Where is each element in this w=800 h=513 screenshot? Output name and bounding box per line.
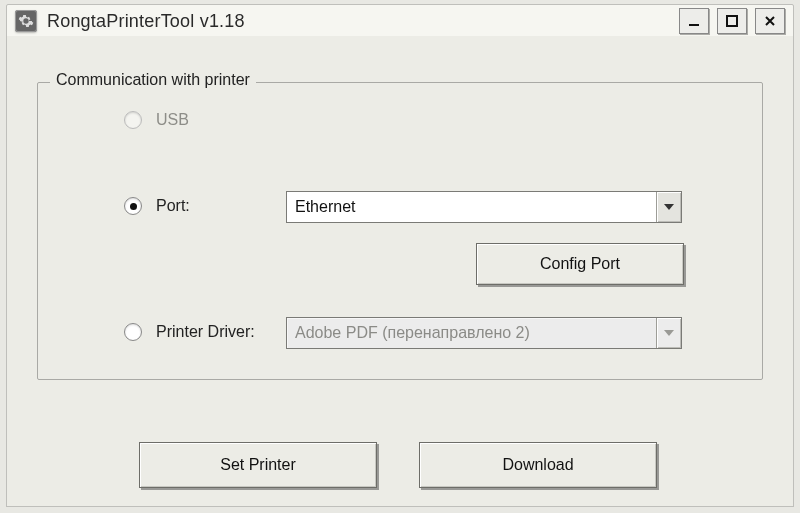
- port-combo-value: Ethernet: [287, 198, 656, 216]
- svg-rect-1: [727, 16, 737, 26]
- chevron-down-icon: [656, 318, 681, 348]
- groupbox-legend: Communication with printer: [50, 71, 256, 89]
- config-port-button-label: Config Port: [540, 255, 620, 273]
- printer-driver-combo: Adobe PDF (перенаправлено 2): [286, 317, 682, 349]
- minimize-button[interactable]: [679, 8, 709, 34]
- svg-rect-0: [689, 24, 699, 26]
- printer-driver-radio[interactable]: [124, 323, 142, 341]
- client-area: Communication with printer USB Port: Eth…: [6, 36, 794, 507]
- title-bar: RongtaPrinterTool v1.18: [6, 4, 794, 38]
- port-combo[interactable]: Ethernet: [286, 191, 682, 223]
- window-buttons: [679, 8, 785, 34]
- printer-driver-option-row[interactable]: Printer Driver:: [124, 323, 255, 341]
- usb-option-row: USB: [124, 111, 189, 129]
- printer-driver-radio-label: Printer Driver:: [156, 323, 255, 341]
- maximize-button[interactable]: [717, 8, 747, 34]
- usb-radio: [124, 111, 142, 129]
- port-option-row[interactable]: Port:: [124, 197, 190, 215]
- download-button[interactable]: Download: [419, 442, 657, 488]
- app-icon: [15, 10, 37, 32]
- set-printer-button-label: Set Printer: [220, 456, 296, 474]
- download-button-label: Download: [502, 456, 573, 474]
- set-printer-button[interactable]: Set Printer: [139, 442, 377, 488]
- port-radio[interactable]: [124, 197, 142, 215]
- port-radio-label: Port:: [156, 197, 190, 215]
- usb-radio-label: USB: [156, 111, 189, 129]
- config-port-button[interactable]: Config Port: [476, 243, 684, 285]
- close-button[interactable]: [755, 8, 785, 34]
- chevron-down-icon[interactable]: [656, 192, 681, 222]
- printer-driver-combo-value: Adobe PDF (перенаправлено 2): [287, 324, 656, 342]
- window-title: RongtaPrinterTool v1.18: [47, 11, 245, 32]
- communication-groupbox: Communication with printer USB Port: Eth…: [37, 82, 763, 380]
